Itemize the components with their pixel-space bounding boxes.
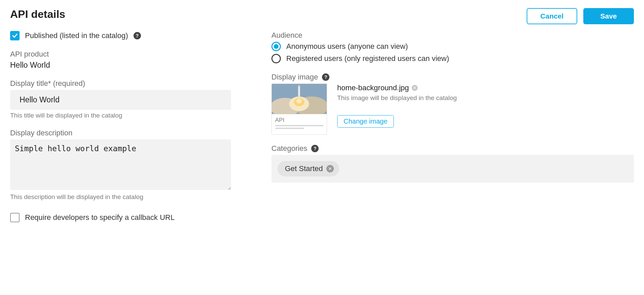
remove-image-icon[interactable]: ✕ xyxy=(412,85,418,91)
callback-checkbox[interactable] xyxy=(10,213,20,222)
display-description-label: Display description xyxy=(10,129,231,137)
callback-label: Require developers to specify a callback… xyxy=(25,213,175,222)
audience-registered-radio[interactable] xyxy=(271,54,281,63)
display-image-label: Display image ? xyxy=(271,73,634,81)
audience-label: Audience xyxy=(271,31,634,40)
help-icon[interactable]: ? xyxy=(311,145,319,152)
image-hint: This image will be displayed in the cata… xyxy=(337,94,634,102)
display-title-label: Display title* (required) xyxy=(10,79,231,88)
categories-label: Categories ? xyxy=(271,144,634,153)
header-actions: Cancel Save xyxy=(527,8,634,24)
placeholder-bar xyxy=(275,128,304,129)
placeholder-bar xyxy=(275,125,323,126)
category-chip-label: Get Started xyxy=(285,164,323,173)
api-product-value: Hello World xyxy=(10,61,231,70)
remove-chip-icon[interactable]: ✕ xyxy=(326,165,334,172)
image-filename: home-background.jpg xyxy=(337,84,409,92)
svg-point-5 xyxy=(296,99,302,103)
cancel-button[interactable]: Cancel xyxy=(527,8,577,24)
image-thumbnail xyxy=(272,84,327,114)
category-chip: Get Started ✕ xyxy=(277,161,339,176)
display-title-input[interactable] xyxy=(10,90,231,110)
audience-registered-label: Registered users (only registered users … xyxy=(286,54,449,63)
help-icon[interactable]: ? xyxy=(322,73,329,81)
categories-input[interactable]: Get Started ✕ xyxy=(271,155,634,183)
display-description-input[interactable] xyxy=(10,139,231,190)
page-title: API details xyxy=(10,8,65,21)
rocket-launch-icon xyxy=(272,84,327,114)
image-card-label: API xyxy=(275,117,323,124)
image-preview-card: API xyxy=(271,84,327,135)
display-description-helper: This description will be displayed in th… xyxy=(10,193,231,201)
published-checkbox[interactable] xyxy=(10,31,20,40)
api-product-label: API product xyxy=(10,50,231,59)
check-icon xyxy=(12,33,18,39)
svg-rect-6 xyxy=(298,87,300,97)
published-label: Published (listed in the catalog) xyxy=(25,31,128,40)
change-image-button[interactable]: Change image xyxy=(337,115,394,128)
audience-anonymous-label: Anonymous users (anyone can view) xyxy=(286,42,408,51)
display-image-label-text: Display image xyxy=(271,73,318,81)
audience-anonymous-radio[interactable] xyxy=(271,42,281,51)
display-title-helper: This title will be displayed in the cata… xyxy=(10,112,231,119)
categories-label-text: Categories xyxy=(271,144,307,153)
help-icon[interactable]: ? xyxy=(134,32,141,39)
save-button[interactable]: Save xyxy=(583,8,634,24)
